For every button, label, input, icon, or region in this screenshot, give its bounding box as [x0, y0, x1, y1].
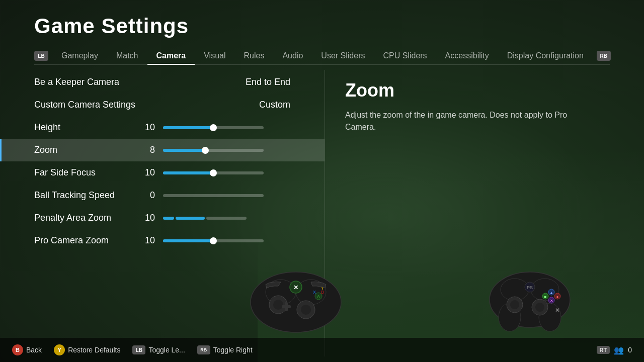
tab-gameplay[interactable]: Gameplay — [52, 47, 107, 64]
slider-track-zoom — [163, 149, 264, 152]
slider-fill-zoom — [163, 149, 205, 152]
slider-dual-left — [163, 217, 174, 220]
header: Game Settings LB Gameplay Match Camera V… — [0, 0, 644, 65]
setting-ball-tracking-speed[interactable]: Ball Tracking Speed 0 — [0, 184, 325, 207]
b-button[interactable]: B — [12, 344, 23, 355]
slider-height[interactable] — [163, 126, 290, 129]
players-icon: 👥 — [614, 345, 624, 355]
svg-point-22 — [510, 300, 519, 309]
setting-value-ball-tracking-speed: 0 — [135, 190, 155, 201]
player-count: 0 — [628, 346, 632, 354]
svg-text:X: X — [312, 290, 315, 295]
rb-button[interactable]: RB — [597, 51, 611, 61]
tab-cpu-sliders[interactable]: CPU Sliders — [374, 47, 436, 64]
setting-label-far-side-focus: Far Side Focus — [34, 167, 135, 178]
svg-text:B: B — [320, 290, 324, 295]
tab-bar: LB Gameplay Match Camera Visual Rules Au… — [34, 47, 610, 65]
svg-text:✕: ✕ — [555, 307, 560, 314]
svg-point-24 — [535, 303, 544, 312]
svg-text:A: A — [316, 294, 320, 299]
setting-value-height: 10 — [135, 122, 155, 133]
slider-fill-far-side-focus — [163, 171, 213, 174]
bottom-bar: B Back Y Restore Defaults LB Toggle Le..… — [0, 338, 644, 362]
restore-action[interactable]: Y Restore Defaults — [54, 344, 120, 355]
toggle-right-action[interactable]: RB Toggle Right — [197, 345, 253, 354]
restore-label: Restore Defaults — [68, 346, 120, 354]
rt-badge: RT — [597, 346, 610, 354]
xbox-controller-wrapper: ✕ Y A X B — [240, 257, 351, 337]
svg-text:✕: ✕ — [549, 299, 553, 303]
slider-far-side-focus[interactable] — [163, 171, 290, 174]
toggle-left-label: Toggle Le... — [148, 346, 185, 354]
setting-label-be-a-keeper-camera: Be a Keeper Camera — [34, 77, 135, 87]
toggle-right-label: Toggle Right — [213, 346, 253, 354]
setting-label-pro-camera-zoom: Pro Camera Zoom — [34, 235, 135, 246]
svg-text:●: ● — [556, 295, 558, 299]
setting-value-penalty-area-zoom: 10 — [135, 213, 155, 223]
setting-label-ball-tracking-speed: Ball Tracking Speed — [34, 190, 135, 201]
setting-value-zoom: 8 — [135, 145, 155, 155]
slider-zoom[interactable] — [163, 149, 290, 152]
setting-label-zoom: Zoom — [34, 145, 135, 155]
lb-button[interactable]: LB — [34, 51, 48, 61]
setting-height[interactable]: Height 10 — [0, 116, 325, 139]
setting-label-penalty-area-zoom: Penalty Area Zoom — [34, 213, 135, 223]
svg-rect-8 — [282, 305, 291, 308]
setting-far-side-focus[interactable]: Far Side Focus 10 — [0, 161, 325, 184]
setting-value-custom-camera-settings: Custom — [259, 100, 290, 110]
setting-zoom[interactable]: Zoom 8 — [0, 139, 325, 161]
svg-text:✕: ✕ — [293, 284, 298, 291]
tab-user-sliders[interactable]: User Sliders — [312, 47, 374, 64]
slider-track-far-side-focus — [163, 171, 264, 174]
back-action[interactable]: B Back — [12, 344, 42, 355]
svg-text:PS: PS — [526, 285, 532, 290]
description-text: Adjust the zoom of the in game camera. D… — [345, 109, 587, 133]
slider-track-ball-tracking-speed — [163, 194, 264, 197]
lb-bottom-button[interactable]: LB — [132, 345, 145, 354]
tab-camera[interactable]: Camera — [147, 47, 195, 64]
bottom-right: RT 👥 0 — [597, 345, 632, 355]
tab-match[interactable]: Match — [107, 47, 147, 64]
svg-text:▲: ▲ — [549, 291, 553, 295]
page-title: Game Settings — [34, 14, 610, 38]
svg-point-4 — [273, 300, 283, 310]
toggle-left-action[interactable]: LB Toggle Le... — [132, 345, 185, 354]
controllers-area: ✕ Y A X B — [176, 217, 644, 337]
ps-controller-svg: ▲ ● ■ ✕ PS ✕ — [479, 259, 580, 335]
xbox-controller-svg: ✕ Y A X B — [240, 257, 351, 335]
setting-value-pro-camera-zoom: 10 — [135, 235, 155, 246]
description-title: Zoom — [345, 80, 624, 101]
slider-thumb-height — [210, 124, 217, 131]
tab-visual[interactable]: Visual — [195, 47, 234, 64]
slider-fill-height — [163, 126, 213, 129]
setting-be-a-keeper-camera[interactable]: Be a Keeper Camera End to End — [0, 71, 325, 94]
slider-track-height — [163, 126, 264, 129]
svg-point-6 — [301, 305, 311, 315]
ps-controller-wrapper: ▲ ● ■ ✕ PS ✕ — [479, 259, 580, 337]
tab-accessibility[interactable]: Accessibility — [436, 47, 498, 64]
svg-text:■: ■ — [544, 295, 546, 299]
setting-value-be-a-keeper-camera: End to End — [246, 77, 290, 87]
setting-value-far-side-focus: 10 — [135, 167, 155, 178]
slider-thumb-zoom — [202, 147, 209, 154]
tab-rules[interactable]: Rules — [235, 47, 274, 64]
tab-audio[interactable]: Audio — [273, 47, 312, 64]
slider-ball-tracking-speed[interactable] — [163, 194, 290, 197]
setting-label-custom-camera-settings: Custom Camera Settings — [34, 100, 135, 110]
setting-custom-camera-settings[interactable]: Custom Camera Settings Custom — [0, 94, 325, 116]
description-panel: Zoom Adjust the zoom of the in game came… — [325, 65, 644, 361]
main-content: Be a Keeper Camera End to End Custom Cam… — [0, 65, 644, 361]
slider-thumb-far-side-focus — [210, 169, 217, 176]
back-label: Back — [26, 346, 42, 354]
y-button[interactable]: Y — [54, 344, 65, 355]
tab-display-configuration[interactable]: Display Configuration — [498, 47, 593, 64]
setting-label-height: Height — [34, 122, 135, 133]
rb-bottom-button[interactable]: RB — [197, 345, 210, 354]
